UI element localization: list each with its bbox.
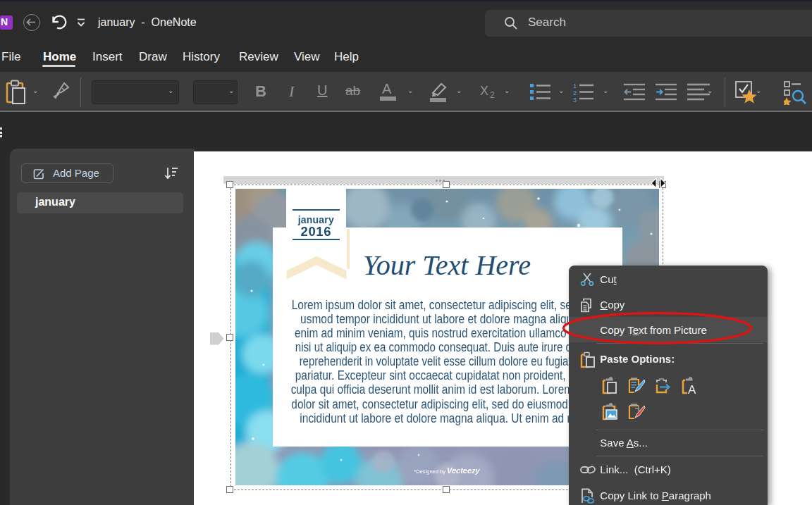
svg-text:A: A bbox=[688, 383, 696, 395]
svg-text:3: 3 bbox=[573, 96, 577, 102]
svg-text:1: 1 bbox=[573, 82, 577, 89]
svg-text:2: 2 bbox=[573, 89, 577, 96]
